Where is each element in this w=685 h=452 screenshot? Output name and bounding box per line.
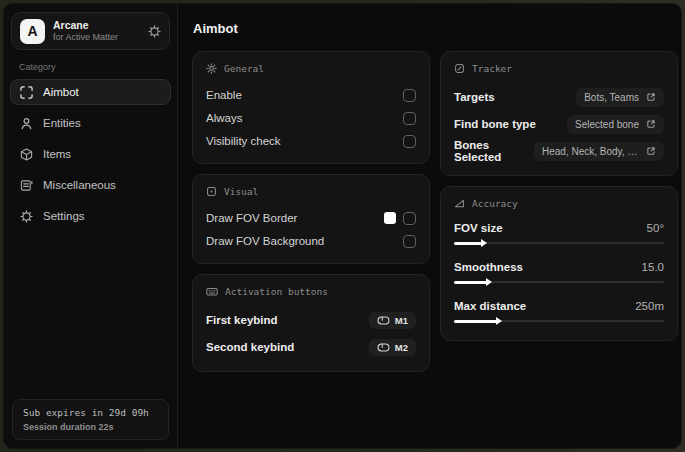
right-column: Tracker Targets Bots, Teams — [440, 51, 678, 341]
setting-label: Draw FOV Background — [206, 235, 324, 247]
app-logo: A — [20, 19, 45, 44]
general-panel-header: General — [206, 63, 416, 74]
page-title: Aimbot — [193, 21, 667, 36]
setting-label: Enable — [206, 89, 242, 101]
slider-value: 15.0 — [642, 261, 664, 273]
sidebar-item-label: Settings — [43, 210, 85, 222]
expand-icon — [646, 119, 656, 129]
select-value: Head, Neck, Body, Pe... — [542, 146, 639, 157]
slider-fill — [454, 242, 483, 245]
keybind-row-second: Second keybind M2 — [206, 334, 416, 360]
panel-title: General — [224, 63, 264, 74]
expand-icon — [646, 146, 656, 156]
radar-icon — [454, 63, 465, 74]
tracker-row-find-bone-type: Find bone type Selected bone — [454, 111, 664, 137]
triangle-ramp-icon — [454, 198, 465, 209]
general-panel: General Enable Always Visibility check — [192, 51, 430, 164]
gear-icon[interactable] — [148, 25, 161, 38]
slider-thumb[interactable] — [496, 317, 502, 325]
panel-title: Activation buttons — [225, 286, 328, 297]
sidebar-item-items[interactable]: Items — [10, 141, 171, 167]
setting-label: Always — [206, 112, 242, 124]
tracker-panel-header: Tracker — [454, 63, 664, 74]
setting-label: Targets — [454, 91, 495, 103]
setting-label: FOV size — [454, 222, 503, 234]
subscription-status-card: Sub expires in 29d 09h Session duration … — [12, 399, 169, 440]
slider-fill — [454, 320, 498, 323]
session-duration-text: Session duration 22s — [23, 422, 158, 432]
activation-panel-header: Activation buttons — [206, 286, 416, 297]
sidebar-item-label: Entities — [43, 117, 81, 129]
second-keybind-button[interactable]: M2 — [369, 339, 416, 356]
app-subtitle: for Active Matter — [53, 32, 118, 43]
sidebar-item-settings[interactable]: Settings — [10, 203, 171, 229]
first-keybind-button[interactable]: M1 — [369, 312, 416, 329]
gear-icon — [20, 210, 33, 223]
slider-value: 250m — [635, 300, 664, 312]
targets-select[interactable]: Bots, Teams — [576, 88, 664, 107]
sidebar-nav: Aimbot Entities Items — [4, 79, 177, 229]
slider-thumb[interactable] — [481, 239, 487, 247]
cube-icon — [20, 148, 33, 161]
color-swatch[interactable] — [384, 212, 396, 224]
keybind-value: M2 — [395, 342, 408, 353]
app-header-card: A Arcane for Active Matter — [11, 12, 170, 50]
person-icon — [20, 117, 33, 130]
accuracy-panel: Accuracy FOV size 50° — [440, 186, 678, 341]
app-name: Arcane — [53, 19, 118, 32]
tracker-panel: Tracker Targets Bots, Teams — [440, 51, 678, 176]
setting-label: Smoothness — [454, 261, 523, 273]
tracker-row-targets: Targets Bots, Teams — [454, 84, 664, 110]
sub-expires-text: Sub expires in 29d 09h — [23, 407, 158, 418]
activation-buttons-panel: Activation buttons First keybind M1 — [192, 274, 430, 372]
setting-label: Find bone type — [454, 118, 536, 130]
smoothness-slider[interactable] — [454, 277, 664, 288]
slider-row-smoothness: Smoothness 15.0 — [454, 258, 664, 288]
bones-selected-select[interactable]: Head, Neck, Body, Pe... — [534, 142, 664, 161]
sidebar-item-label: Items — [43, 148, 71, 160]
slider-row-fov-size: FOV size 50° — [454, 219, 664, 249]
tracker-row-bones-selected: Bones Selected Head, Neck, Body, Pe... — [454, 138, 664, 164]
visual-panel-header: Visual — [206, 186, 416, 197]
find-bone-type-select[interactable]: Selected bone — [567, 115, 664, 134]
app-window: A Arcane for Active Matter Category — [3, 3, 682, 449]
visual-panel: Visual Draw FOV Border Draw FOV Backgrou… — [192, 174, 430, 264]
setting-label: First keybind — [206, 314, 278, 326]
keybind-row-first: First keybind M1 — [206, 307, 416, 333]
accuracy-panel-header: Accuracy — [454, 198, 664, 209]
sidebar-item-miscellaneous[interactable]: Miscellaneous — [10, 172, 171, 198]
visibility-check-checkbox[interactable] — [403, 135, 416, 148]
setting-label: Visibility check — [206, 135, 281, 147]
expand-icon — [646, 92, 656, 102]
mouse-icon — [377, 343, 390, 352]
slider-thumb[interactable] — [486, 278, 492, 286]
fov-size-slider[interactable] — [454, 238, 664, 249]
left-column: General Enable Always Visibility check — [192, 51, 430, 372]
panel-title: Tracker — [472, 63, 512, 74]
setting-row-draw-fov-background: Draw FOV Background — [206, 230, 416, 252]
enable-checkbox[interactable] — [403, 89, 416, 102]
keyboard-icon — [206, 286, 218, 297]
setting-row-always: Always — [206, 107, 416, 129]
setting-label: Draw FOV Border — [206, 212, 297, 224]
mouse-icon — [377, 316, 390, 325]
draw-fov-border-checkbox[interactable] — [403, 212, 416, 225]
setting-row-draw-fov-border: Draw FOV Border — [206, 207, 416, 229]
slider-fill — [454, 281, 488, 284]
always-checkbox[interactable] — [403, 112, 416, 125]
main-content: Aimbot General Enable — [178, 4, 681, 448]
draw-fov-background-checkbox[interactable] — [403, 235, 416, 248]
list-icon — [20, 179, 33, 192]
setting-label: Max distance — [454, 300, 526, 312]
sun-icon — [206, 63, 217, 74]
sidebar-item-label: Aimbot — [43, 86, 79, 98]
sidebar-item-entities[interactable]: Entities — [10, 110, 171, 136]
setting-label: Second keybind — [206, 341, 294, 353]
slider-value: 50° — [647, 222, 664, 234]
panel-title: Visual — [224, 186, 258, 197]
sidebar-item-aimbot[interactable]: Aimbot — [10, 79, 171, 105]
keybind-value: M1 — [395, 315, 408, 326]
app-meta: Arcane for Active Matter — [53, 19, 118, 42]
max-distance-slider[interactable] — [454, 316, 664, 327]
setting-row-visibility-check: Visibility check — [206, 130, 416, 152]
